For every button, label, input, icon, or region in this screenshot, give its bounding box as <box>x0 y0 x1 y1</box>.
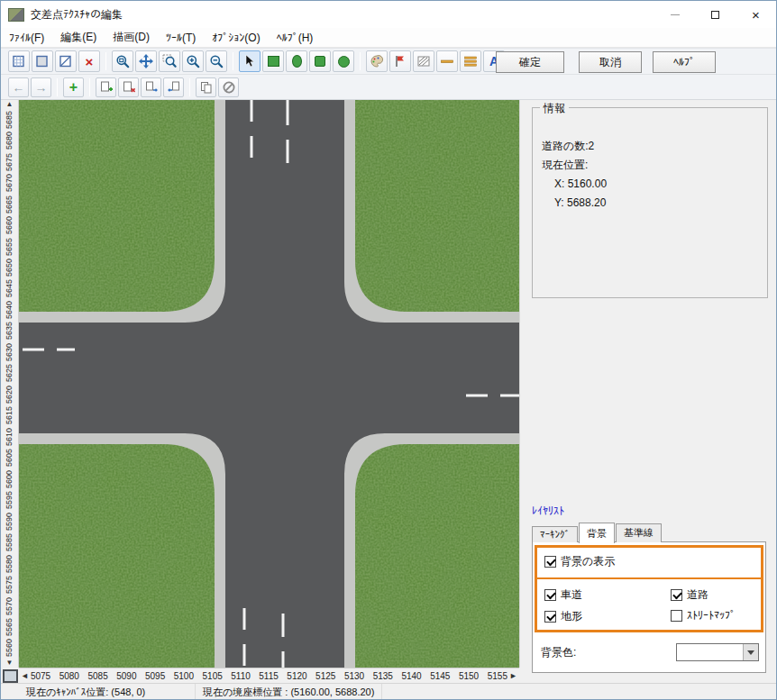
close-button[interactable]: × <box>736 1 776 28</box>
hatch-tool-button[interactable] <box>413 50 434 72</box>
rect-tool-icon <box>268 56 279 67</box>
status-bar: 現在のｷｬﾝﾊﾞｽ位置: (548, 0) 現在の境座標位置 : (5160.0… <box>1 683 776 700</box>
menu-item[interactable]: ﾍﾙﾌﾟ(H) <box>269 29 322 47</box>
menu-bar: ﾌｧｲﾙ(F)編集(E)描画(D)ﾂｰﾙ(T)ｵﾌﾟｼｮﾝ(O)ﾍﾙﾌﾟ(H) <box>1 28 776 48</box>
layer-list-title: ﾚｲﾔﾘｽﾄ <box>532 505 564 517</box>
layer-tab[interactable]: ﾏｰｷﾝｸﾞ <box>532 526 578 542</box>
add-icon: + <box>69 80 78 95</box>
texture-fill-icon <box>35 54 50 68</box>
checkbox-roadway[interactable]: 車道 <box>544 587 582 603</box>
checkbox-box[interactable] <box>544 589 556 601</box>
flag-tool-button[interactable] <box>389 50 411 72</box>
undo-button[interactable]: ← <box>8 77 29 97</box>
screen-icon[interactable] <box>3 669 18 683</box>
rect-tool-button[interactable] <box>262 50 284 72</box>
ruler-label: 5595 <box>1 489 18 510</box>
prohibit-button[interactable] <box>218 77 239 97</box>
toolbar-separator <box>360 52 361 70</box>
detach-node-button[interactable] <box>141 77 161 97</box>
checkbox-streetmap[interactable]: ｽﾄﾘｰﾄﾏｯﾌﾟ <box>671 609 736 622</box>
ruler-left-icon[interactable]: ◄ <box>19 671 31 680</box>
ruler-label: 5585 <box>1 532 18 552</box>
delete-icon: × <box>86 55 94 68</box>
ellipse-tool-button[interactable] <box>286 50 307 72</box>
add-button[interactable]: + <box>63 77 84 97</box>
delete-button[interactable]: × <box>78 50 100 72</box>
texture-grid-button[interactable] <box>8 50 30 72</box>
pan-button[interactable] <box>135 50 157 72</box>
palette-icon <box>370 54 384 68</box>
chevron-down-icon[interactable] <box>743 644 758 660</box>
zoom-out-icon <box>209 54 224 68</box>
app-window: 交差点ﾃｸｽﾁｬの編集 × ﾌｧｲﾙ(F)編集(E)描画(D)ﾂｰﾙ(T)ｵﾌﾟ… <box>0 0 777 700</box>
title-bar: 交差点ﾃｸｽﾁｬの編集 × <box>1 1 776 28</box>
texture-pattern-button[interactable] <box>55 50 77 72</box>
background-color-combobox[interactable] <box>676 643 759 661</box>
ruler-label: 5580 <box>1 553 18 574</box>
maximize-button[interactable] <box>695 1 736 28</box>
attach-node-icon <box>167 80 181 95</box>
copy-button[interactable] <box>196 77 216 97</box>
checkbox-road[interactable]: 道路 <box>671 587 708 603</box>
background-color-row: 背景色: <box>541 643 759 661</box>
texture-fill-button[interactable] <box>32 50 53 72</box>
layer-tabs: ﾏｰｷﾝｸﾞ背景基準線 <box>532 523 663 542</box>
checkbox-label: ｽﾄﾘｰﾄﾏｯﾌﾟ <box>687 609 736 622</box>
ruler-label: 5605 <box>1 448 18 468</box>
palette-tool-button[interactable] <box>366 50 388 72</box>
checkbox-terrain[interactable]: 地形 <box>544 609 582 624</box>
multiline-tool-button[interactable] <box>460 50 481 72</box>
ruler-label: 5575 <box>1 574 18 595</box>
menu-item[interactable]: 描画(D) <box>105 27 158 48</box>
zoom-fit-icon <box>115 54 130 68</box>
rounded-rect-tool-button[interactable] <box>309 50 331 72</box>
checkbox-box[interactable] <box>544 556 556 568</box>
pointer-tool-button[interactable] <box>239 50 261 72</box>
window-controls: × <box>654 1 776 28</box>
attach-node-button[interactable] <box>163 77 184 97</box>
checkbox-show-background[interactable]: 背景の表示 <box>544 554 615 569</box>
layer-tab[interactable]: 背景 <box>579 523 615 543</box>
horizontal-ruler[interactable]: ◄ 50755080508550905095510051055110511551… <box>19 668 519 683</box>
zoom-in-button[interactable] <box>182 50 204 72</box>
menu-item[interactable]: 編集(E) <box>52 27 105 48</box>
toolbar-separator <box>105 52 106 70</box>
minimize-button[interactable] <box>654 1 695 28</box>
ruler-label: 5080 <box>59 671 79 681</box>
ruler-label: 5600 <box>1 468 18 489</box>
ruler-label: 5640 <box>1 299 18 320</box>
redo-button[interactable]: → <box>31 77 51 97</box>
menu-item[interactable]: ﾌｧｲﾙ(F) <box>1 29 52 47</box>
checkbox-box[interactable] <box>544 611 556 623</box>
current-position-label: 現在位置: <box>542 156 767 175</box>
menu-item[interactable]: ﾂｰﾙ(T) <box>158 29 204 47</box>
pointer-icon <box>242 54 257 68</box>
delete-node-button[interactable] <box>118 77 139 97</box>
status-canvas-position: 現在のｷｬﾝﾊﾞｽ位置: (548, 0) <box>19 684 196 700</box>
zoom-window-button[interactable] <box>159 50 180 72</box>
ruler-right-icon[interactable]: ► <box>507 671 519 680</box>
line-tool-button[interactable] <box>436 50 458 72</box>
help-button[interactable]: ﾍﾙﾌﾟ <box>653 51 716 73</box>
ruler-up-icon[interactable]: ▲ <box>6 100 14 109</box>
status-coordinate-position: 現在の境座標位置 : (5160.00, 5688.20) <box>196 684 382 700</box>
ruler-label: 5125 <box>315 671 335 681</box>
add-node-button[interactable] <box>96 77 116 97</box>
checkbox-label: 背景の表示 <box>561 554 615 569</box>
ruler-label: 5670 <box>1 172 18 193</box>
checkbox-box[interactable] <box>671 589 682 601</box>
circle-tool-button[interactable] <box>333 50 354 72</box>
confirm-button[interactable]: 確定 <box>496 51 564 73</box>
layer-tab[interactable]: 基準線 <box>616 523 662 542</box>
line-icon <box>440 54 454 68</box>
ruler-down-icon[interactable]: ▼ <box>6 659 14 668</box>
zoom-fit-button[interactable] <box>112 50 133 72</box>
zoom-out-button[interactable] <box>206 50 227 72</box>
menu-item[interactable]: ｵﾌﾟｼｮﾝ(O) <box>204 29 268 47</box>
map-canvas[interactable] <box>19 100 519 668</box>
rounded-rect-tool-icon <box>315 56 325 67</box>
cancel-button[interactable]: 取消 <box>579 51 642 73</box>
checkbox-box[interactable] <box>671 610 682 622</box>
vertical-ruler[interactable]: ▲ 56855680567556705665566056555650564556… <box>1 100 19 668</box>
side-panel: 情報 道路の数:2 現在位置: X: 5160.00 Y: 5688.20 ﾚｲ… <box>519 100 777 668</box>
